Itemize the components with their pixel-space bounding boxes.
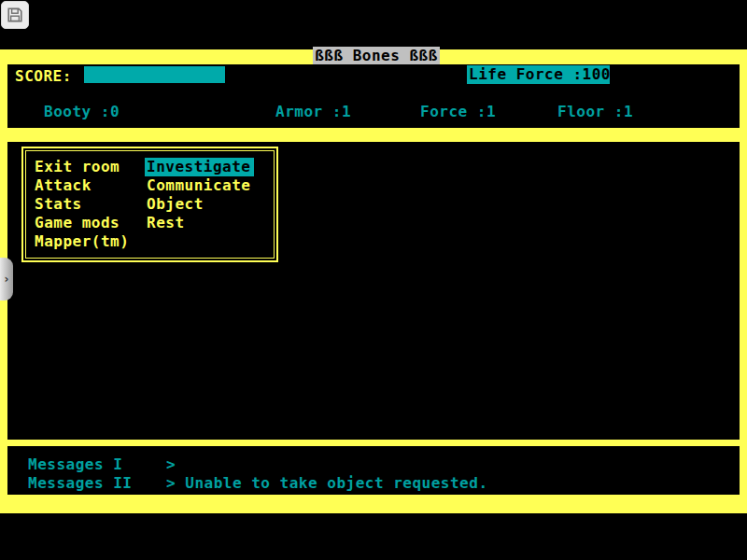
save-icon [6,6,24,24]
life-force-badge: Life Force :100 [467,65,610,84]
selected-menu-highlight[interactable]: Investigate [145,158,254,176]
menu-item-investigate[interactable]: Investigate [147,158,268,176]
stat-force: Force :1 [420,103,496,120]
stat-booty: Booty :0 [44,103,120,120]
chevron-right-icon: › [5,273,9,286]
hud-panel: SCORE: 0 Life Force :100 Booty :0 Armor … [7,64,740,128]
action-menu: Exit room Attack Stats Game mods Mapper(… [21,147,278,262]
messages-2-label: Messages II [28,474,132,492]
messages-panel: Messages I > Messages II > Unable to tak… [7,446,740,495]
menu-column-right: Investigate Communicate Object Rest [147,158,268,232]
menu-item-mapper[interactable]: Mapper(tm) [35,232,147,251]
menu-item-attack[interactable]: Attack [35,176,147,195]
menu-item-rest[interactable]: Rest [147,214,268,232]
messages-1-label: Messages I [28,455,122,473]
menu-item-game-mods[interactable]: Game mods [35,214,147,232]
sidebar-expand-handle[interactable]: › [0,258,13,301]
menu-item-stats[interactable]: Stats [35,195,147,214]
game-title: ßßß Bones ßßß [313,47,440,64]
game-screen: ßßß Bones ßßß SCORE: 0 Life Force :100 B… [0,0,747,560]
score-label: SCORE: [15,67,72,85]
menu-item-object[interactable]: Object [147,195,268,214]
score-bar: 0 [84,66,225,83]
main-viewport: Exit room Attack Stats Game mods Mapper(… [7,142,740,440]
menu-item-communicate[interactable]: Communicate [147,176,268,195]
score-value: 0 [210,82,219,100]
menu-item-exit-room[interactable]: Exit room [35,158,147,176]
stat-floor: Floor :1 [557,103,633,120]
messages-1-text: > [166,455,176,473]
menu-column-left: Exit room Attack Stats Game mods Mapper(… [35,158,147,251]
save-button[interactable] [1,1,29,29]
stat-armor: Armor :1 [275,103,351,120]
messages-2-text: > Unable to take object requested. [166,474,488,492]
